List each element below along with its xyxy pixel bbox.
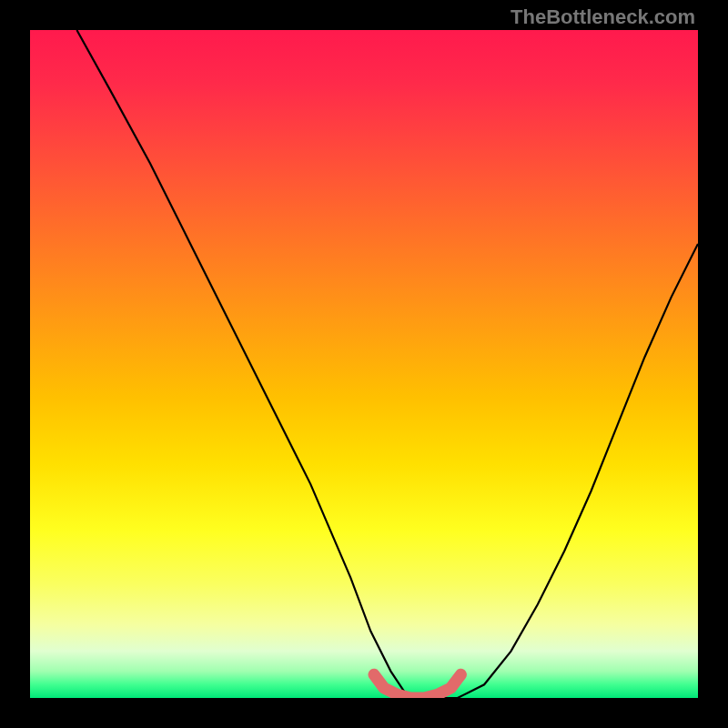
- bottleneck-curve: [76, 30, 698, 698]
- curve-layer: [30, 30, 698, 698]
- highlight-band: [374, 674, 460, 698]
- plot-area: [30, 30, 698, 698]
- watermark-text: TheBottleneck.com: [511, 5, 695, 29]
- chart-frame: TheBottleneck.com: [0, 0, 728, 728]
